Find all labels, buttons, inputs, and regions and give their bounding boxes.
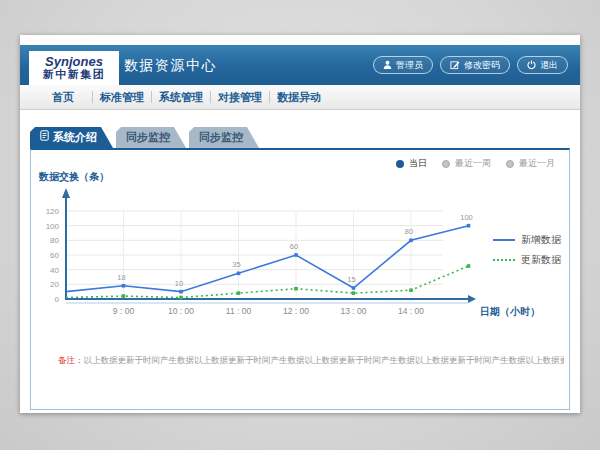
- legend-label: 新增数据: [521, 233, 561, 247]
- tab-label: 系统介绍: [53, 127, 97, 148]
- svg-text:100: 100: [46, 222, 60, 231]
- radio-label: 最近一月: [519, 157, 555, 170]
- tab-system-intro[interactable]: 系统介绍: [30, 127, 113, 148]
- tab-bar: 系统介绍 同步监控 同步监控: [30, 127, 262, 148]
- svg-text:60: 60: [50, 251, 59, 260]
- svg-text:60: 60: [290, 242, 298, 251]
- tab-sync-monitor-2[interactable]: 同步监控: [189, 127, 259, 148]
- radio-label: 最近一周: [455, 157, 491, 170]
- logout-button[interactable]: 退出: [517, 56, 568, 74]
- radio-last-week[interactable]: 最近一周: [442, 157, 491, 170]
- radio-selected-icon: [396, 160, 404, 168]
- svg-text:80: 80: [405, 227, 413, 236]
- nav-item-home[interactable]: 首页: [34, 90, 92, 105]
- svg-text:11 : 00: 11 : 00: [226, 306, 252, 316]
- main-nav: 首页 标准管理 系统管理 对接管理 数据异动: [20, 85, 580, 110]
- app-header: Synjones 新中新集团 数据资源中心 管理员 修改密码: [20, 45, 580, 85]
- browser-page: Synjones 新中新集团 数据资源中心 管理员 修改密码: [20, 35, 580, 413]
- svg-text:14 : 00: 14 : 00: [398, 306, 424, 316]
- nav-item-interface-management[interactable]: 对接管理: [211, 90, 269, 105]
- change-password-button[interactable]: 修改密码: [440, 56, 510, 74]
- range-filter: 当日 最近一周 最近一月: [396, 157, 555, 170]
- user-button[interactable]: 管理员: [373, 56, 433, 74]
- dotted-line-swatch-icon: [493, 259, 515, 261]
- svg-text:80: 80: [50, 236, 59, 245]
- nav-item-data-changes[interactable]: 数据异动: [270, 90, 328, 105]
- nav-item-system-management[interactable]: 系统管理: [152, 90, 210, 105]
- tab-label: 同步监控: [126, 127, 170, 148]
- legend-item-new-data: 新增数据: [493, 233, 561, 246]
- legend-label: 更新数据: [521, 253, 561, 267]
- svg-text:40: 40: [50, 266, 59, 275]
- change-password-label: 修改密码: [464, 59, 500, 72]
- content-area: 系统介绍 同步监控 同步监控 当日 最近一周: [20, 110, 580, 413]
- legend-item-update-data: 更新数据: [493, 253, 561, 266]
- radio-label: 当日: [409, 157, 427, 170]
- tab-label: 同步监控: [199, 127, 243, 148]
- footnote: 备注：以上数据更新于时间产生数据以上数据更新于时间产生数据以上数据更新于时间产生…: [58, 355, 564, 367]
- app-title: 数据资源中心: [124, 45, 217, 85]
- svg-text:35: 35: [232, 260, 240, 269]
- header-actions: 管理员 修改密码 退出: [373, 56, 568, 74]
- radio-today[interactable]: 当日: [396, 157, 427, 170]
- user-icon: [383, 60, 392, 70]
- footnote-text: 以上数据更新于时间产生数据以上数据更新于时间产生数据以上数据更新于时间产生数据以…: [84, 355, 565, 365]
- svg-text:日期（小时）: 日期（小时）: [480, 306, 540, 317]
- radio-unselected-icon: [506, 160, 514, 168]
- svg-text:10: 10: [175, 279, 183, 288]
- svg-text:10 : 00: 10 : 00: [168, 306, 194, 316]
- company-logo[interactable]: Synjones 新中新集团: [29, 51, 119, 85]
- document-icon: [40, 127, 49, 148]
- tab-sync-monitor-1[interactable]: 同步监控: [116, 127, 186, 148]
- page-top-strip: [20, 35, 580, 45]
- svg-text:9 : 00: 9 : 00: [113, 306, 135, 316]
- solid-line-swatch-icon: [493, 239, 515, 241]
- chart-panel: 当日 最近一周 最近一月 数据交换（条） 0204060801001209 : …: [30, 148, 570, 410]
- footnote-label: 备注：: [58, 355, 84, 365]
- svg-text:13 : 00: 13 : 00: [341, 306, 367, 316]
- svg-text:20: 20: [50, 280, 59, 289]
- svg-text:12 : 00: 12 : 00: [283, 306, 309, 316]
- line-chart: 0204060801001209 : 0010 : 0011 : 0012 : …: [31, 180, 571, 350]
- svg-text:15: 15: [347, 275, 355, 284]
- radio-last-month[interactable]: 最近一月: [506, 157, 555, 170]
- logout-button-label: 退出: [540, 59, 558, 72]
- power-icon: [527, 60, 536, 70]
- radio-unselected-icon: [442, 160, 450, 168]
- svg-text:0: 0: [55, 295, 60, 304]
- edit-icon: [450, 60, 460, 70]
- desktop-background: Synjones 新中新集团 数据资源中心 管理员 修改密码: [0, 0, 600, 450]
- svg-text:100: 100: [460, 213, 473, 222]
- nav-item-standard-management[interactable]: 标准管理: [93, 90, 151, 105]
- svg-text:120: 120: [46, 207, 60, 216]
- chart-legend: 新增数据 更新数据: [493, 233, 561, 273]
- logo-text-cn: 新中新集团: [43, 68, 106, 81]
- logo-text-en: Synjones: [45, 55, 103, 68]
- svg-text:18: 18: [117, 273, 125, 282]
- user-button-label: 管理员: [396, 59, 423, 72]
